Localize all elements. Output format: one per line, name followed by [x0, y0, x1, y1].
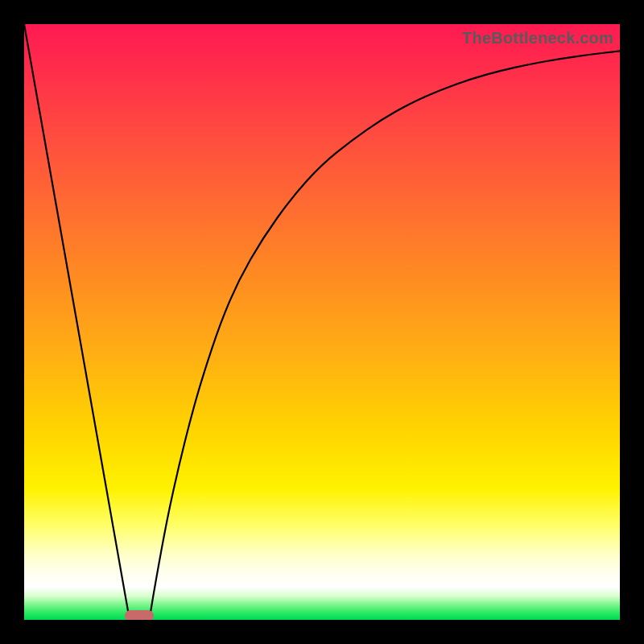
- curve-svg: [24, 24, 620, 620]
- curve-right: [149, 51, 620, 620]
- curve-left-leg: [24, 24, 130, 620]
- chart-frame: TheBottleneck.com: [0, 0, 644, 644]
- selection-marker: [125, 610, 154, 620]
- plot-area: TheBottleneck.com: [24, 24, 620, 620]
